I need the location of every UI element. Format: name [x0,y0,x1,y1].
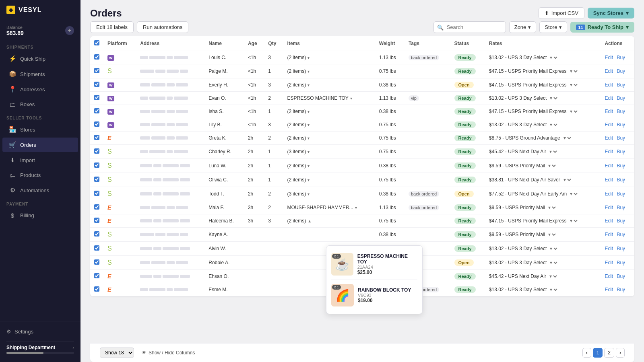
items-cell[interactable]: (2 items) ▾ [283,173,375,187]
items-expander[interactable]: (2 items) ▾ [287,177,371,183]
items-expander[interactable]: (3 items) ▾ [287,149,371,154]
page-2-button[interactable]: 2 [604,348,614,358]
row-checkbox[interactable] [94,177,99,182]
next-page-button[interactable]: › [616,348,625,358]
items-cell[interactable]: (2 items) ▾ [283,132,375,145]
row-checkbox[interactable] [94,54,99,60]
row-checkbox[interactable] [94,218,99,223]
edit-action[interactable]: Edit [605,287,613,292]
items-expander[interactable]: MOUSE-SHAPED HAMMER... ▾ [287,205,371,210]
buy-action[interactable]: Buy [617,163,625,169]
edit-action[interactable]: Edit [605,68,613,74]
edit-action[interactable]: Edit [605,246,613,251]
row-checkbox[interactable] [94,95,99,100]
row-checkbox[interactable] [94,162,99,168]
items-cell[interactable]: ESPRESSO MACHINE TOY ▾ [283,92,375,105]
items-expander[interactable]: (3 items) ▾ [287,191,371,197]
items-expander[interactable]: (2 items) ▾ [287,55,371,60]
settings-item[interactable]: ⚙ Settings [6,326,74,337]
buy-action[interactable]: Buy [617,82,625,88]
edit-action[interactable]: Edit [605,135,613,141]
sidebar-item-stores[interactable]: 🏪 Stores [2,122,78,137]
rates-dropdown[interactable]: ▾ [548,273,558,280]
sidebar-item-addresses[interactable]: 📍 Addresses [2,82,78,97]
row-checkbox[interactable] [94,259,99,265]
buy-action[interactable]: Buy [617,232,625,237]
row-checkbox[interactable] [94,286,99,292]
sidebar-item-billing[interactable]: $ Billing [2,208,78,222]
edit-action[interactable]: Edit [605,177,613,183]
items-expander[interactable]: (2 items) ▾ [287,135,371,141]
buy-action[interactable]: Buy [617,274,625,279]
items-expander[interactable]: (2 items) ▲ [287,218,371,224]
show-hide-columns-button[interactable]: 👁 Show / Hide Columns [138,348,198,358]
edit-action[interactable]: Edit [605,218,613,224]
sidebar-item-orders[interactable]: 🛒 Orders [2,138,78,152]
row-checkbox[interactable] [94,204,99,210]
edit-action[interactable]: Edit [605,260,613,265]
items-cell[interactable]: MOUSE-SHAPED HAMMER... ▾ [283,201,375,214]
items-expander[interactable]: (2 items) ▾ [287,122,371,128]
items-cell[interactable]: (2 items) ▾ [283,51,375,64]
items-cell[interactable]: (2 items) ▾ [283,159,375,173]
row-checkbox[interactable] [94,231,99,237]
items-cell[interactable]: (2 items) ▾ [283,105,375,118]
buy-action[interactable]: Buy [617,205,625,210]
ready-to-ship-button[interactable]: 11 Ready To Ship ▾ [570,22,634,33]
items-expander[interactable]: ESPRESSO MACHINE TOY ▾ [287,95,371,101]
zone-filter-button[interactable]: Zone ▾ [509,21,537,33]
sync-stores-button[interactable]: Sync Stores ▾ [588,8,634,19]
items-cell[interactable]: (3 items) ▾ [283,145,375,159]
items-cell[interactable]: (3 items) ▾ [283,187,375,201]
items-cell[interactable]: (2 items) ▾ [283,64,375,78]
buy-action[interactable]: Buy [617,191,625,197]
edit-action[interactable]: Edit [605,149,613,154]
row-checkbox[interactable] [94,68,99,73]
items-expander[interactable]: (2 items) ▾ [287,82,371,88]
buy-action[interactable]: Buy [617,122,625,128]
rates-dropdown[interactable]: ▾ [548,259,559,266]
items-cell[interactable]: (2 items) ▲ [283,214,375,228]
row-checkbox[interactable] [94,273,99,278]
page-1-button[interactable]: 1 [593,348,603,358]
sidebar-item-boxes[interactable]: 🗃 Boxes [2,97,78,111]
rates-dropdown[interactable]: ▾ [548,148,558,155]
edit-action[interactable]: Edit [605,109,613,114]
rates-dropdown[interactable]: ▾ [568,68,579,74]
rates-dropdown[interactable]: ▾ [548,286,559,293]
buy-action[interactable]: Buy [617,95,625,101]
select-all-checkbox[interactable] [94,40,99,45]
rates-dropdown[interactable]: ▾ [548,54,559,61]
rates-dropdown[interactable]: ▾ [562,177,572,183]
store-filter-button[interactable]: Store ▾ [539,21,567,33]
edit-action[interactable]: Edit [605,274,613,279]
import-csv-button[interactable]: ⬆ Import CSV [539,7,584,19]
buy-action[interactable]: Buy [617,287,625,292]
rates-dropdown[interactable]: ▾ [548,121,559,128]
rates-dropdown[interactable]: ▾ [547,231,557,238]
buy-action[interactable]: Buy [617,260,625,265]
edit-action[interactable]: Edit [605,122,613,128]
edit-action[interactable]: Edit [605,191,613,197]
buy-action[interactable]: Buy [617,68,625,74]
row-checkbox[interactable] [94,135,99,140]
items-expander[interactable]: (2 items) ▾ [287,163,371,169]
buy-action[interactable]: Buy [617,218,625,224]
rates-dropdown[interactable]: ▾ [562,135,572,141]
buy-action[interactable]: Buy [617,55,625,60]
buy-action[interactable]: Buy [617,246,625,251]
add-balance-button[interactable]: + [65,26,74,35]
row-checkbox[interactable] [94,108,99,113]
edit-labels-button[interactable]: Edit 18 labels [90,21,134,33]
rates-dropdown[interactable]: ▾ [547,162,557,169]
rates-dropdown[interactable]: ▾ [548,245,559,252]
buy-action[interactable]: Buy [617,149,625,154]
row-checkbox[interactable] [94,245,99,251]
search-input[interactable] [433,21,506,33]
prev-page-button[interactable]: ‹ [582,348,591,358]
rates-dropdown[interactable]: ▾ [568,218,579,224]
rates-dropdown[interactable]: ▾ [568,108,579,115]
sidebar-item-quick-ship[interactable]: ⚡ Quick Ship [2,51,78,66]
rates-dropdown[interactable]: ▾ [568,82,579,88]
buy-action[interactable]: Buy [617,109,625,114]
